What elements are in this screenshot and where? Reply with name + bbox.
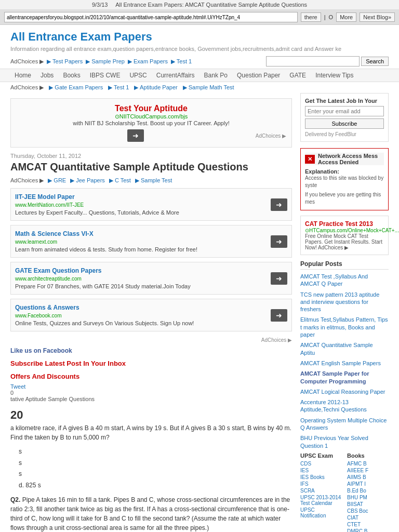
books-link-ciat[interactable]: CIAT bbox=[347, 515, 389, 521]
ad-listing-url-3: www.architectreaptitude.com bbox=[15, 276, 82, 282]
nav-bar: Home Jobs Books IBPS CWE UPSC CurrentAff… bbox=[0, 69, 399, 82]
upsc-link-ies-books[interactable]: IES Books bbox=[300, 474, 342, 480]
tweet-text: tative Aptitude Sample Questions bbox=[10, 396, 95, 402]
books-link-afmc[interactable]: AFMC B bbox=[347, 461, 389, 467]
upsc-link-scra[interactable]: SCRA bbox=[300, 488, 342, 494]
ad-link-exam-papers[interactable]: ▶ Exam Papers bbox=[128, 58, 168, 65]
next-blog-button[interactable]: Next Blog» bbox=[360, 12, 395, 22]
center-ad-url[interactable]: ⊙NIITCloudCampus.com/bjs bbox=[16, 113, 286, 120]
popular-post-2: TCS new pattern 2013 aptitude and interv… bbox=[300, 291, 389, 313]
inner-ad-choices: AdChoices ▶ bbox=[10, 177, 44, 184]
url-input[interactable] bbox=[4, 12, 298, 22]
nav-gate[interactable]: GATE bbox=[285, 69, 310, 82]
upsc-link-ies[interactable]: IES bbox=[300, 468, 342, 473]
tweet-link[interactable]: Tweet bbox=[10, 383, 25, 390]
books-link-biisat[interactable]: BIISAT bbox=[347, 501, 389, 507]
nav-books[interactable]: Books bbox=[59, 69, 84, 82]
ad-listing-arrow-1[interactable]: ➜ bbox=[271, 198, 287, 211]
popular-post-10: BHU Previous Year Solved Question 1 bbox=[300, 434, 389, 449]
books-link-aiieee[interactable]: AIIEEE F bbox=[347, 468, 389, 473]
ad-listing-arrow-3[interactable]: ➜ bbox=[271, 272, 287, 285]
access-denied-header: ✕ Network Access Mess Access Denied bbox=[305, 153, 384, 165]
ad-link-test-papers[interactable]: ▶ Test Papers bbox=[47, 58, 83, 65]
page-wrapper: All Entrance Exam Papers Information reg… bbox=[0, 25, 399, 532]
access-denied-subtitle: Access Denied bbox=[318, 159, 378, 165]
popular-post-link-3[interactable]: Elitmus Test,Syllabus Pattern, Tips t ma… bbox=[300, 316, 388, 338]
inner-ad-gre[interactable]: ▶ GRE bbox=[48, 177, 66, 184]
popular-post-3: Elitmus Test,Syllabus Pattern, Tips t ma… bbox=[300, 316, 389, 338]
popular-post-link-5[interactable]: AMCAT English Sample Papers bbox=[300, 360, 381, 366]
nav-question-paper[interactable]: Question Paper bbox=[233, 69, 284, 82]
browser-nav-bar: there | O More Next Blog» bbox=[0, 10, 399, 25]
nav-home[interactable]: Home bbox=[10, 69, 35, 82]
cat-practice-title[interactable]: CAT Practice Test 2013 bbox=[305, 220, 384, 228]
upsc-link-notification[interactable]: UPSC Notification bbox=[300, 507, 342, 518]
ad2-math-test[interactable]: ▶ Sample Math Test bbox=[183, 84, 234, 91]
ad-listing-arrow-2[interactable]: ➜ bbox=[271, 235, 287, 248]
close-icon[interactable]: ✕ bbox=[305, 155, 315, 164]
books-link-dmrc[interactable]: DMRC B bbox=[347, 528, 389, 532]
ad2-gate-papers[interactable]: ▶ Gate Exam Papers bbox=[49, 84, 103, 91]
ad2-test1[interactable]: ▶ Test 1 bbox=[108, 84, 129, 91]
nav-bank-po[interactable]: Bank Po bbox=[200, 69, 232, 82]
nav-ibps-cwe[interactable]: IBPS CWE bbox=[86, 69, 125, 82]
books-link-ctet[interactable]: CTET bbox=[347, 522, 389, 527]
popular-post-link-8[interactable]: Accenture 2012-13 Aptitude,Techni Questi… bbox=[300, 399, 367, 413]
popular-post-link-6[interactable]: AMCAT Sample Paper for Computer Programm… bbox=[300, 370, 369, 384]
popular-post-link-10[interactable]: BHU Previous Year Solved Question 1 bbox=[300, 435, 368, 448]
sidebar: Get The Latest Job In Your Subscribe Del… bbox=[300, 93, 389, 532]
cat-practice-url[interactable]: ⊙HTCampus.com/Online+Mock+CAT+... bbox=[305, 228, 384, 233]
popular-post-link-2[interactable]: TCS new pattern 2013 aptitude and interv… bbox=[300, 291, 379, 313]
ad-link-test1[interactable]: ▶ Test 1 bbox=[171, 58, 192, 65]
upsc-link-cds[interactable]: CDS bbox=[300, 461, 342, 467]
ad-listing-title-1[interactable]: IIT-JEE Model Paper bbox=[15, 193, 75, 201]
ad-bar-1: AdChoices ▶ ▶ Test Papers ▶ Sample Prep … bbox=[0, 54, 399, 69]
ad2-aptitude[interactable]: ▶ Aptitude Paper bbox=[134, 84, 177, 91]
subscribe-button[interactable]: Subscribe bbox=[305, 118, 384, 129]
facebook-like-link[interactable]: Like us on Facebook bbox=[10, 347, 72, 354]
books-link-cbs[interactable]: CBS Boc bbox=[347, 508, 389, 514]
ad-listing-title-3[interactable]: GATE Exam Question Papers bbox=[15, 267, 102, 274]
nav-upsc[interactable]: UPSC bbox=[125, 69, 151, 82]
books-link-aipmt[interactable]: AIPMT I bbox=[347, 481, 389, 487]
site-title[interactable]: All Entrance Exam Papers bbox=[10, 30, 152, 43]
ad-listing-arrow-4[interactable]: ➜ bbox=[271, 309, 287, 322]
popular-post-link-1[interactable]: AMCAT Test ,Syllabus And AMCAT Q Paper bbox=[300, 273, 368, 287]
center-ad-choices[interactable]: AdChoices ▶ bbox=[256, 133, 286, 139]
popular-post-link-9[interactable]: Operating System Multiple Choice Q Answe… bbox=[300, 417, 387, 431]
popular-post-link-4[interactable]: AMCAT Quantitative Sample Aptitu bbox=[300, 342, 373, 355]
ad-choices-bottom[interactable]: AdChoices ▶ bbox=[261, 337, 292, 343]
ad-listing-desc-1: Lectures by Expert Faculty... Questions,… bbox=[15, 209, 179, 216]
ad-choices-label-2: AdChoices ▶ bbox=[10, 84, 44, 91]
tweet-section: Tweet 0 tative Aptitude Sample Questions bbox=[10, 383, 292, 402]
question-1-number: 20 bbox=[10, 408, 23, 421]
books-link-aiims[interactable]: AIIMS B bbox=[347, 474, 389, 480]
books-link-bhu[interactable]: BHU PM bbox=[347, 495, 389, 500]
books-link-bed[interactable]: B.Ed Bo bbox=[347, 488, 389, 494]
nav-interview-tips[interactable]: Interview Tips bbox=[311, 69, 357, 82]
center-ad-arrow[interactable]: ➜ bbox=[127, 129, 144, 142]
email-input[interactable] bbox=[305, 106, 384, 116]
subscribe-title: Subscribe Latest Post In Your Inbox bbox=[10, 360, 292, 367]
inner-ad-ctest[interactable]: ▶ C Test bbox=[109, 177, 131, 184]
question-1-text: 20 a kilometre race, if A gives B a 40 m… bbox=[10, 406, 292, 442]
nav-jobs[interactable]: Jobs bbox=[36, 69, 58, 82]
search-button[interactable]: Search bbox=[361, 57, 389, 66]
ad-listing-title-2[interactable]: Math & Science Class VI-X bbox=[15, 230, 94, 237]
ad-listing-title-4[interactable]: Questions & Answers bbox=[15, 304, 79, 311]
inner-ad-sample[interactable]: ▶ Sample Test bbox=[135, 177, 172, 184]
ad-listing-1: IIT-JEE Model Paper www.MeritNation.com/… bbox=[10, 188, 292, 221]
more-button[interactable]: More bbox=[336, 12, 356, 22]
upsc-link-ifs[interactable]: IFS bbox=[300, 481, 342, 487]
access-denied-box: ✕ Network Access Mess Access Denied Expl… bbox=[300, 148, 389, 210]
upsc-link-calendar[interactable]: UPSC 2013-2014 Test Calendar bbox=[300, 495, 342, 506]
ad-listing-url-4: www.Facebook.com bbox=[15, 313, 61, 318]
nav-current-affairs[interactable]: CurrentAffairs bbox=[152, 69, 199, 82]
popular-post-link-7[interactable]: AMCAT Logical Reasoning Paper bbox=[300, 389, 385, 395]
main-content: Test Your Aptitude ⊙NIITCloudCampus.com/… bbox=[0, 93, 399, 532]
inner-ad-jee[interactable]: ▶ Jee Papers bbox=[70, 177, 105, 184]
there-button[interactable]: there bbox=[301, 12, 321, 22]
ad-listing-desc-4: Online Tests, Quizzes and Surveys On Var… bbox=[15, 320, 194, 326]
search-input[interactable] bbox=[266, 56, 360, 66]
ad-link-sample-prep[interactable]: ▶ Sample Prep bbox=[86, 58, 125, 65]
